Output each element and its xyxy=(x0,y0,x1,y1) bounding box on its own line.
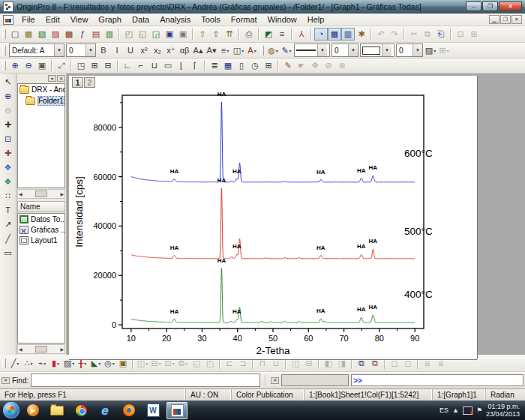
draw-tool-button[interactable]: ✎ xyxy=(281,59,295,72)
taskbar-chrome-icon[interactable] xyxy=(70,402,92,419)
import-wizard-button[interactable]: ⇧ xyxy=(196,28,209,40)
chevron-down-icon[interactable]: ▾ xyxy=(84,361,86,366)
copy-button[interactable]: ⧉ xyxy=(421,28,434,40)
window-list-item[interactable]: Layout1 xyxy=(18,235,64,245)
graph-page[interactable]: 1 2 102030405060708090020000400006000080… xyxy=(69,76,477,359)
new-notes-button[interactable]: ▥ xyxy=(103,28,116,40)
scrollbar-thumb[interactable] xyxy=(35,190,47,197)
dock-zoom-button[interactable]: ⊡ xyxy=(454,28,467,40)
mask-points-button[interactable]: ⊗ xyxy=(335,59,349,72)
line-width-combo[interactable]: 0 ▼ xyxy=(332,44,358,57)
chevron-down-icon[interactable]: ▾ xyxy=(146,361,148,366)
chevron-down-icon[interactable]: ▾ xyxy=(16,361,19,366)
line-plot-button[interactable]: ╱▾ xyxy=(8,357,22,370)
subscript-button[interactable]: x₂ xyxy=(151,44,164,57)
draw-data-tool-button[interactable]: ∷ xyxy=(2,190,14,202)
remove-points-button[interactable]: ⊘ xyxy=(322,59,335,72)
menu-tools[interactable]: Tools xyxy=(196,14,226,25)
axis-bottom-left-button[interactable]: ∟ xyxy=(121,59,134,72)
chevron-down-icon[interactable]: ▾ xyxy=(434,48,436,53)
paste-button[interactable]: ⎗ xyxy=(434,28,448,40)
new-function-button[interactable]: ƒ xyxy=(76,28,89,40)
scroll-right-icon[interactable]: ▶ xyxy=(60,191,64,196)
zoom-out-tool-button[interactable]: ⊖ xyxy=(2,104,14,117)
new-table-button[interactable]: ⊞ xyxy=(262,59,275,72)
whole-page-button[interactable]: ▣ xyxy=(35,59,49,72)
panel-dock-icon[interactable]: ▾ xyxy=(48,75,56,82)
tree-horizontal-scrollbar[interactable]: ◀ ▶ xyxy=(17,189,65,199)
restore-button[interactable]: ❐ xyxy=(482,2,498,11)
date-time-button[interactable]: ◷ xyxy=(248,59,262,72)
zoom-in-page-button[interactable]: ⊕ xyxy=(8,59,22,72)
toolbar-grip[interactable] xyxy=(2,61,6,70)
taskbar-clock[interactable]: 01:19 p.m. 23/04/2013 xyxy=(486,403,522,418)
superscript-button[interactable]: x² xyxy=(137,44,151,57)
mask-range-tool-button[interactable]: ❖ xyxy=(2,161,14,174)
italic-button[interactable]: I xyxy=(110,44,124,57)
toolbar-grip[interactable] xyxy=(2,29,6,39)
close-button[interactable]: ✕ xyxy=(499,2,522,11)
extract-layers-button[interactable]: ⊟ xyxy=(101,59,115,72)
menu-edit[interactable]: Edit xyxy=(40,14,65,25)
column-plot-button[interactable]: ▮▾ xyxy=(49,357,62,370)
sub-superscript-button[interactable]: x⁺ xyxy=(164,44,178,57)
toolbar-grip[interactable] xyxy=(2,46,6,56)
chevron-down-icon[interactable]: ▾ xyxy=(112,361,115,366)
grid-borders-button[interactable]: ⊞▾ xyxy=(437,44,451,57)
new-project-button[interactable]: ▢ xyxy=(8,28,22,40)
rectangle-tool-button[interactable]: ▭ xyxy=(2,247,14,260)
mdi-restore-button[interactable]: ❐ xyxy=(500,15,511,24)
color-scale-button[interactable]: ▦ xyxy=(221,59,235,72)
axis-box-button[interactable]: ▭ xyxy=(161,59,175,72)
merge-graphs-button[interactable]: ⊞ xyxy=(88,59,101,72)
pointer-mode-button[interactable]: ☛ xyxy=(295,59,308,72)
chevron-down-icon[interactable]: ▾ xyxy=(44,361,46,366)
chevron-down-icon[interactable]: ▼ xyxy=(382,44,392,56)
menu-window[interactable]: Window xyxy=(262,14,302,25)
greek-button[interactable]: αβ xyxy=(178,44,191,57)
window-list-item[interactable]: Datos To... xyxy=(18,214,64,224)
view-script-window-button[interactable]: ▥ xyxy=(341,28,355,40)
new-excel-button[interactable]: ▧ xyxy=(35,28,49,40)
code-builder-button[interactable]: ✱ xyxy=(355,28,368,40)
chevron-down-icon[interactable]: ▼ xyxy=(412,44,422,56)
layer-2-button[interactable]: 2 xyxy=(84,77,95,88)
print-button[interactable]: ⎙ xyxy=(242,28,256,40)
command-panel-close-icon[interactable]: ✕ xyxy=(271,377,279,384)
taskbar-firefox-icon[interactable] xyxy=(118,402,140,419)
scroll-left-icon[interactable]: ◀ xyxy=(19,346,22,352)
chevron-down-icon[interactable]: ▾ xyxy=(30,361,32,366)
chevron-down-icon[interactable]: ▾ xyxy=(159,361,161,366)
line-symbol-plot-button[interactable]: ⌁▾ xyxy=(35,357,49,370)
xrd-chart[interactable]: 102030405060708090020000400006000080000H… xyxy=(69,76,477,359)
fill-color-button[interactable]: ◍▾ xyxy=(266,44,280,57)
menu-view[interactable]: View xyxy=(65,14,94,25)
chevron-down-icon[interactable]: ▾ xyxy=(57,361,59,366)
menu-format[interactable]: Format xyxy=(226,14,262,25)
menu-data[interactable]: Data xyxy=(127,14,154,25)
toolbar-grip[interactable] xyxy=(260,46,264,56)
line-tool-button[interactable]: ╱ xyxy=(2,232,14,245)
zoom-out-page-button[interactable]: ⊖ xyxy=(22,59,35,72)
font-preset-combo[interactable]: Default: A ▼ xyxy=(9,44,64,57)
scroll-right-icon[interactable]: ▶ xyxy=(60,346,64,352)
duplicate-window-button[interactable]: ≡ xyxy=(275,28,289,40)
taskbar-ie-icon[interactable]: e xyxy=(94,402,116,419)
axis-left-ticks-button[interactable]: ⌊ xyxy=(175,59,188,72)
increase-font-button[interactable]: A▴ xyxy=(191,44,205,57)
new-graph-button[interactable]: ▨ xyxy=(49,28,62,40)
axis-top-left-button[interactable]: ⌐ xyxy=(134,59,148,72)
view-project-explorer-button[interactable]: ◔ xyxy=(314,28,328,40)
font-color-button[interactable]: A▾ xyxy=(245,44,259,57)
menu-help[interactable]: Help xyxy=(302,14,330,25)
chevron-down-icon[interactable]: ▾ xyxy=(172,361,175,366)
axis-right-ticks-button[interactable]: ⌈ xyxy=(188,59,202,72)
region-zoom-tool-button[interactable]: ⊡ xyxy=(2,133,14,146)
font-size-combo[interactable]: 0 ▼ xyxy=(66,44,96,57)
find-input[interactable] xyxy=(31,374,260,387)
chevron-down-icon[interactable]: ▾ xyxy=(290,48,292,53)
import-multiple-ascii-button[interactable]: ⇈ xyxy=(223,28,236,40)
new-workbook-button[interactable]: ▦ xyxy=(22,28,35,40)
project-explorer-toggle-button[interactable]: ⅄ xyxy=(295,28,308,40)
border-width-combo[interactable]: 0 ▼ xyxy=(396,44,423,57)
